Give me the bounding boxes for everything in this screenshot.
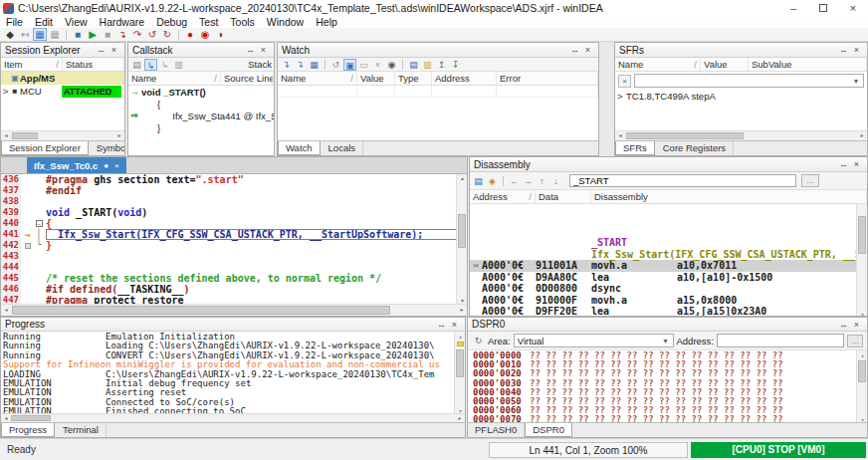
watch-empty-cell[interactable] bbox=[497, 86, 598, 97]
progress-vertical-scrollbar[interactable]: ▴ ▾ bbox=[454, 332, 465, 413]
watch-empty-cell[interactable] bbox=[395, 86, 432, 97]
marker-cell[interactable] bbox=[21, 240, 34, 251]
menu-help[interactable]: Help bbox=[310, 16, 343, 28]
more-button[interactable]: … bbox=[847, 335, 863, 347]
code-line[interactable]: { bbox=[46, 218, 467, 229]
callstack-columns[interactable]: Name/Source Line bbox=[128, 72, 274, 86]
line-number[interactable]: 439 bbox=[1, 207, 19, 218]
fold-cell[interactable] bbox=[34, 174, 44, 185]
float-icon[interactable]: ↔ bbox=[244, 43, 257, 57]
scroll-thumb[interactable] bbox=[11, 415, 51, 421]
fold-cell[interactable] bbox=[34, 262, 44, 273]
watch-columns[interactable]: Name/ValueTypeAddressError bbox=[278, 72, 598, 86]
download-icon[interactable]: ◆ bbox=[3, 28, 17, 41]
add-watch-icon[interactable]: ↴ bbox=[280, 59, 293, 71]
watch-empty-cell[interactable] bbox=[278, 86, 357, 97]
fold-cell[interactable] bbox=[34, 295, 44, 304]
fold-cell[interactable] bbox=[34, 273, 44, 284]
copy-stack-icon[interactable]: ▥ bbox=[172, 59, 185, 71]
disassembly-search-input[interactable] bbox=[569, 174, 796, 187]
scroll-right-icon[interactable]: ▸ bbox=[457, 305, 467, 314]
scroll-thumb[interactable] bbox=[12, 306, 390, 315]
scroll-up-icon[interactable]: ▴ bbox=[857, 350, 867, 359]
column-header-address[interactable]: Address/ bbox=[470, 190, 536, 203]
code-line[interactable] bbox=[46, 262, 467, 273]
refresh-icon[interactable]: ↻ bbox=[472, 335, 485, 346]
down-icon[interactable]: ↓ bbox=[549, 175, 562, 187]
menu-window[interactable]: Window bbox=[261, 16, 310, 28]
goto-address-icon[interactable]: ◈ bbox=[486, 175, 499, 187]
detach-icon[interactable]: ▦ bbox=[48, 28, 62, 41]
code-line[interactable]: #pragma ghs section text=".start" bbox=[46, 174, 467, 185]
code-line[interactable] bbox=[46, 196, 467, 207]
column-header-status[interactable]: Status bbox=[63, 58, 124, 71]
code-line[interactable]: Ifx_Ssw_Start(IFX_CFG_SSW_CSA_USTACK_PTR… bbox=[46, 229, 467, 240]
menu-tools[interactable]: Tools bbox=[224, 16, 261, 28]
code-line[interactable]: #pragma protect restore bbox=[46, 295, 467, 304]
open-icon[interactable]: ▥ bbox=[421, 59, 434, 71]
add-expression-icon[interactable]: ↴ bbox=[294, 59, 307, 71]
editor-horizontal-scrollbar[interactable]: ◂ ▸ bbox=[1, 304, 467, 316]
pause-icon[interactable]: ■ bbox=[101, 28, 114, 41]
scroll-thumb[interactable] bbox=[858, 360, 866, 382]
memory-address-input[interactable] bbox=[717, 334, 844, 347]
session-explorer-columns[interactable]: Item/Status bbox=[1, 58, 124, 72]
callstack-frame[interactable]: { bbox=[128, 98, 274, 110]
column-header-name[interactable]: Name/ bbox=[128, 72, 221, 85]
disassembly-row[interactable]: Ifx_Ssw_Start(IFX_CFG_SSW_CSA_USTACK_PTR… bbox=[470, 249, 867, 261]
column-header-source-line[interactable]: Source Line bbox=[221, 72, 274, 85]
scroll-down-icon[interactable]: ▾ bbox=[857, 310, 867, 316]
expand-icon[interactable]: > bbox=[617, 91, 626, 102]
line-number[interactable]: 436 bbox=[1, 174, 19, 185]
code-line[interactable]: #if defined(__TASKING__) bbox=[46, 284, 467, 295]
scroll-thumb[interactable] bbox=[12, 132, 38, 139]
column-header-type[interactable]: Type bbox=[395, 72, 432, 85]
marker-cell[interactable] bbox=[21, 207, 34, 218]
sfrs-columns[interactable]: Name/ValueSubValue bbox=[615, 58, 867, 72]
editor-body[interactable]: 436437438439440441442443444445446447 → –… bbox=[1, 174, 467, 304]
memory-row[interactable]: 0000'0070?? ?? ?? ?? ?? ?? ?? ?? ?? ?? ?… bbox=[473, 415, 867, 422]
line-number[interactable]: 445 bbox=[1, 273, 19, 284]
code-line[interactable]: } bbox=[46, 240, 467, 251]
session-row-app-ms[interactable]: ▣App/MS bbox=[1, 72, 124, 85]
column-header-item[interactable]: Item/ bbox=[1, 58, 63, 71]
save-icon[interactable]: ▤ bbox=[472, 175, 485, 187]
progress-log[interactable]: ▴ ▾ RunningEmulation InitializationRunni… bbox=[1, 332, 465, 413]
column-header-value[interactable]: Value bbox=[357, 72, 395, 85]
column-header-name[interactable]: Name/ bbox=[278, 72, 357, 85]
area-select[interactable]: Virtual ▼ bbox=[514, 334, 674, 347]
column-header-disassembly[interactable]: Disassembly bbox=[591, 190, 867, 203]
run-icon[interactable]: ▶ bbox=[86, 28, 100, 41]
float-icon[interactable]: ↔ bbox=[95, 43, 108, 57]
scroll-down-icon[interactable]: ▾ bbox=[857, 415, 867, 422]
step-over-icon[interactable]: ↷ bbox=[130, 28, 144, 41]
save-icon[interactable]: ▤ bbox=[407, 59, 420, 71]
minimize-button[interactable]: – bbox=[778, 0, 808, 16]
restore-button[interactable] bbox=[808, 0, 838, 16]
line-number[interactable]: 444 bbox=[1, 262, 19, 273]
marker-cell[interactable] bbox=[21, 262, 34, 273]
progress-horizontal-scrollbar[interactable]: ◂ ▸ bbox=[1, 413, 465, 422]
close-icon[interactable]: × bbox=[581, 43, 594, 57]
sfrs-tab-core-registers[interactable]: Core Registers bbox=[656, 141, 734, 155]
run-until-icon[interactable]: ↻ bbox=[160, 28, 174, 41]
reset-icon[interactable]: ↤ bbox=[18, 28, 32, 41]
code-area[interactable]: #pragma ghs section text=".start"#endifv… bbox=[44, 174, 467, 304]
column-header-name[interactable]: Name/ bbox=[615, 58, 701, 71]
import-icon[interactable]: ↧ bbox=[449, 59, 462, 71]
float-icon[interactable]: ↔ bbox=[837, 318, 850, 332]
scroll-thumb[interactable] bbox=[626, 132, 744, 139]
float-icon[interactable]: ↔ bbox=[435, 318, 448, 332]
fold-cell[interactable] bbox=[34, 251, 44, 262]
marker-margin[interactable]: → bbox=[21, 174, 34, 304]
session-row-mcu[interactable]: >■MCUATTACHED bbox=[1, 85, 124, 98]
menu-edit[interactable]: Edit bbox=[29, 16, 59, 28]
scroll-right-icon[interactable]: ▸ bbox=[857, 131, 867, 140]
fold-cell[interactable] bbox=[34, 284, 44, 295]
watch-empty-cell[interactable] bbox=[432, 86, 497, 97]
horizontal-scrollbar[interactable]: ◂ ▸ bbox=[615, 130, 867, 140]
more-button[interactable]: … bbox=[801, 174, 819, 187]
watch-tab-locals[interactable]: Locals bbox=[322, 141, 363, 155]
session-tab-session-explorer[interactable]: Session Explorer bbox=[1, 141, 89, 155]
sfrs-tab-sfrs[interactable]: SFRs bbox=[615, 141, 655, 155]
